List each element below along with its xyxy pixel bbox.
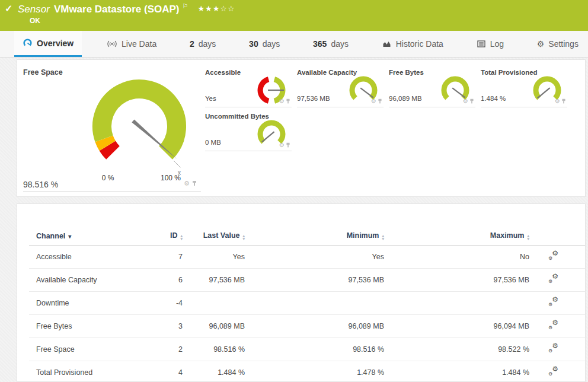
tab-number: 30: [249, 39, 258, 49]
column-header-channel[interactable]: Channel▾: [29, 227, 155, 246]
table-row[interactable]: Accessible 7 Yes Yes No ⚙⚙: [29, 246, 585, 269]
tab-label: Log: [490, 39, 504, 49]
tab-log[interactable]: Log: [468, 31, 512, 57]
maximum-cell: 96,094 MB: [384, 315, 529, 338]
mini-gauge-panel[interactable]: Uncommitted Bytes 0 MB ⚙: [205, 112, 292, 151]
pin-icon[interactable]: [562, 99, 566, 104]
channel-settings-icon[interactable]: ⚙⚙: [548, 252, 558, 260]
tab-label: days: [263, 39, 280, 49]
object-kind-label: Sensor: [18, 4, 50, 15]
channel-id-cell: 4: [155, 361, 183, 382]
minimum-cell: 1.478 %: [245, 361, 384, 382]
channel-name-cell[interactable]: Total Provisioned: [29, 361, 155, 382]
tab-settings[interactable]: ⚙ Settings: [529, 31, 587, 57]
sort-both-icon: ▴▾: [382, 235, 384, 240]
gauge-icon: [23, 38, 33, 48]
channel-settings-icon[interactable]: ⚙⚙: [548, 344, 558, 353]
priority-flag-icon[interactable]: ⚐: [183, 2, 188, 9]
tab-30-days[interactable]: 30 days: [241, 31, 288, 57]
channel-settings-icon[interactable]: ⚙⚙: [548, 321, 558, 330]
channel-id-cell: 3: [155, 315, 183, 338]
sensor-title-line: SensorVMware Datastore (SOAP)⚐★★★☆☆: [18, 2, 235, 15]
pin-icon[interactable]: [286, 99, 290, 104]
mini-gauges-grid: Accessible Yes ⚙ Available Capacity 97,5…: [205, 68, 584, 156]
last-value-cell: 98.516 %: [183, 338, 245, 361]
tab-label: Settings: [548, 39, 579, 49]
channel-name-cell[interactable]: Free Space: [29, 338, 155, 361]
column-header-last-value[interactable]: Last Value▴▾: [183, 227, 245, 246]
mini-gauge-panel[interactable]: Available Capacity 97,536 MB ⚙: [297, 68, 384, 107]
column-header-minimum[interactable]: Minimum▴▾: [245, 227, 384, 246]
mini-gauge-panel[interactable]: Accessible Yes ⚙: [205, 68, 292, 107]
minimum-cell: 97,536 MB: [245, 269, 384, 292]
tab-number: 2: [190, 39, 194, 49]
gear-icon[interactable]: ⚙: [184, 180, 190, 187]
gear-icon[interactable]: ⚙: [279, 142, 285, 148]
minimum-cell: 96,089 MB: [245, 315, 384, 338]
channels-panel: Channel▾ ID▴▾ Last Value▴▾ Minimum▴▾ Max…: [17, 203, 586, 382]
column-header-maximum[interactable]: Maximum▴▾: [384, 227, 529, 246]
tab-2-days[interactable]: 2 days: [181, 31, 224, 57]
main-gauge-max-label: 100 %: [153, 174, 188, 182]
tab-365-days[interactable]: 365 days: [305, 31, 357, 57]
channel-name-cell[interactable]: Accessible: [29, 246, 155, 269]
main-gauge-value: 98.516 %: [23, 180, 58, 189]
status-ok-check-icon: ✓: [5, 3, 12, 14]
gauge-actions: ⚙: [555, 98, 566, 104]
gear-icon[interactable]: ⚙: [555, 98, 560, 104]
tab-historic-data[interactable]: Historic Data: [373, 31, 452, 57]
channel-name-cell[interactable]: Downtime: [29, 292, 155, 315]
gauge-value: 0 MB: [205, 139, 221, 146]
minimum-cell: Yes: [245, 246, 384, 269]
tab-label: days: [199, 39, 216, 49]
gauge-value: 97,536 MB: [297, 95, 330, 102]
table-row[interactable]: Total Provisioned 4 1.484 % 1.478 % 1.48…: [29, 361, 585, 382]
last-value-cell: 96,089 MB: [183, 315, 245, 338]
table-row[interactable]: Downtime -4 ⚙⚙: [29, 292, 585, 315]
maximum-cell: 98.522 %: [384, 338, 529, 361]
maximum-cell: No: [384, 246, 529, 269]
table-row[interactable]: Free Space 2 98.516 % 98.516 % 98.522 % …: [29, 338, 585, 361]
tab-bar: Overview Live Data 2 days 30 days 365 da…: [0, 31, 588, 58]
tab-live-data[interactable]: Live Data: [98, 31, 165, 57]
last-value-cell: Yes: [183, 246, 245, 269]
column-header-id[interactable]: ID▴▾: [155, 227, 183, 246]
channel-settings-icon[interactable]: ⚙⚙: [548, 367, 558, 376]
channel-name-cell[interactable]: Available Capacity: [29, 269, 155, 292]
channel-id-cell: 7: [155, 246, 183, 269]
channel-settings-icon[interactable]: ⚙⚙: [548, 298, 558, 307]
gear-icon[interactable]: ⚙: [371, 98, 376, 104]
gauges-panel: Free Space x̄ 0 % 100 % 98.516 % ⚙ Acces…: [17, 59, 586, 197]
table-row[interactable]: Available Capacity 6 97,536 MB 97,536 MB…: [29, 269, 585, 292]
gauge-actions: ⚙: [463, 98, 474, 104]
channel-id-cell: 2: [155, 338, 183, 361]
sensor-name: VMware Datastore (SOAP): [54, 4, 180, 15]
tab-overview[interactable]: Overview: [14, 31, 82, 57]
maximum-cell: [384, 292, 529, 315]
channel-settings-icon[interactable]: ⚙⚙: [548, 275, 558, 284]
gear-icon[interactable]: ⚙: [463, 98, 468, 104]
broadcast-icon: [107, 39, 117, 49]
gauge-title: Free Bytes: [389, 69, 424, 76]
gear-icon: ⚙: [537, 39, 545, 49]
pin-icon[interactable]: [470, 99, 474, 104]
gear-icon[interactable]: ⚙: [279, 98, 285, 104]
maximum-cell: 97,536 MB: [384, 269, 529, 292]
table-header-row: Channel▾ ID▴▾ Last Value▴▾ Minimum▴▾ Max…: [29, 227, 585, 246]
tab-label: Historic Data: [396, 39, 443, 49]
sort-both-icon: ▴▾: [180, 235, 183, 240]
mini-gauge-panel[interactable]: Free Bytes 96,089 MB ⚙: [389, 68, 475, 107]
pin-icon[interactable]: [286, 143, 290, 148]
last-value-cell: 97,536 MB: [183, 269, 245, 292]
channel-id-cell: 6: [155, 269, 183, 292]
priority-stars[interactable]: ★★★☆☆: [197, 4, 235, 13]
pin-icon[interactable]: [192, 181, 197, 187]
table-row[interactable]: Free Bytes 3 96,089 MB 96,089 MB 96,094 …: [29, 315, 585, 338]
minimum-cell: [245, 292, 384, 315]
column-header-actions: [529, 227, 585, 246]
channel-name-cell[interactable]: Free Bytes: [29, 315, 155, 338]
pin-icon[interactable]: [378, 99, 382, 104]
log-list-icon: [477, 39, 486, 49]
mini-gauge-panel[interactable]: Total Provisioned 1.484 % ⚙: [481, 68, 567, 107]
tab-label: Overview: [37, 39, 74, 48]
